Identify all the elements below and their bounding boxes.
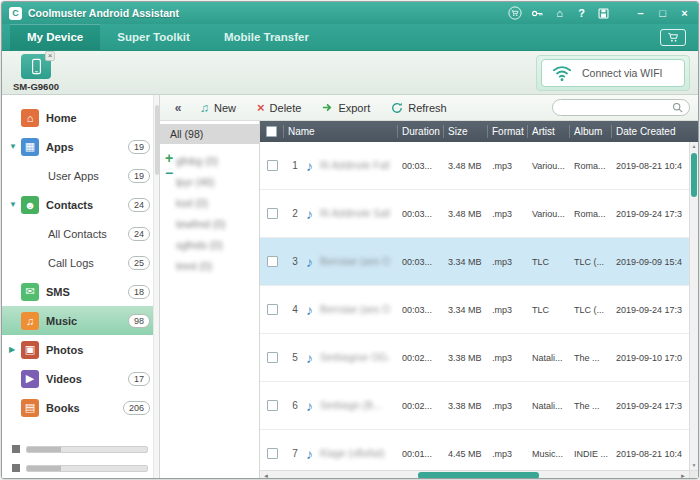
count-badge: 206 [123,401,150,415]
count-badge: 98 [128,314,150,328]
search-icon[interactable] [672,102,683,113]
folder-label: gfnbg (0) [176,155,218,167]
table-row[interactable]: 2 ♪ Ri Addinole Sallia 00:03... 3.48 MB … [260,190,698,238]
sidebar-item[interactable]: ♫ Music 98 [2,306,159,335]
sidebar-item[interactable]: ⌂ Home [2,103,159,132]
sidebar-item[interactable]: ▤ Books 206 [2,393,159,422]
cart-icon[interactable] [508,6,522,20]
select-all-checkbox[interactable] [266,126,277,137]
horizontal-scrollbar[interactable]: ◄ ► [260,470,689,479]
sidebar-scrollbar[interactable] [153,95,159,479]
count-badge: 18 [128,285,150,299]
sidebar-item[interactable]: ▼ ▦ Apps 19 [2,132,159,161]
column-header-artist[interactable]: Artist [528,125,570,138]
column-header-date-created[interactable]: Date Created [612,125,698,138]
help-icon[interactable]: ? [575,6,588,20]
title-bar: C Coolmuster Android Assistant ⌂ ? – □ × [2,2,698,24]
count-badge: 24 [128,227,150,241]
scroll-up-arrow[interactable]: ▲ [690,142,698,151]
connect-via-wifi-button[interactable]: Connect via WIFI [541,59,685,87]
sidebar-item[interactable]: Call Logs 25 [2,248,159,277]
sidebar-item-icon: ▣ [21,341,39,359]
table-row[interactable]: 5 ♪ Serbiagrse OG-PO 00:02... 3.38 MB .m… [260,334,698,382]
cell-format: .mp3 [488,449,528,459]
add-folder-button[interactable]: + [163,151,175,166]
search-box [552,99,690,116]
cell-date-created: 2019-08-21 10:4 [612,161,698,171]
vertical-scrollbar[interactable]: ▲ ▼ [689,142,698,470]
expand-arrow-icon[interactable]: ▼ [9,200,21,209]
row-checkbox[interactable] [267,304,278,315]
minimize-button[interactable]: – [634,6,647,20]
row-number: 7 [288,448,302,459]
table-row[interactable]: 6 ♪ Serbiagn (B... 00:02... 3.38 MB .mp3… [260,382,698,430]
register-icon[interactable] [597,7,610,20]
scroll-left-arrow[interactable]: ◄ [260,473,272,479]
cell-name: Berrsiae (aes Oeci [320,304,390,315]
device-tab[interactable]: × SM-G9600 [12,54,60,92]
scroll-right-arrow[interactable]: ► [677,473,689,479]
folder-item[interactable]: ksd (0) [160,192,259,213]
remove-folder-button[interactable]: − [163,166,175,181]
expand-arrow-icon[interactable]: ▼ [9,142,21,151]
music-table: Name Duration Size Format Artist Album D… [260,121,698,479]
sidebar-item[interactable]: ▶ Videos 17 [2,364,159,393]
maximize-button[interactable]: □ [656,6,669,20]
row-checkbox[interactable] [267,448,278,459]
column-header-album[interactable]: Album [570,125,612,138]
folder-item[interactable]: tmnt (0) [160,255,259,276]
sidebar-items: ⌂ Home ▼ ▦ Apps 19 User App [2,103,159,422]
cell-size: 3.38 MB [444,353,488,363]
folder-item[interactable]: All (98) [160,124,259,144]
nav-tab[interactable]: Mobile Transfer [207,24,326,50]
refresh-button[interactable]: Refresh [382,99,456,117]
count-badge: 17 [128,372,150,386]
phone-icon: × [21,54,51,79]
collapse-panel-button[interactable]: « [168,101,188,115]
table-row[interactable]: 1 ♪ Ri Addinole Falls 00:03... 3.48 MB .… [260,142,698,190]
vertical-scroll-thumb[interactable] [691,153,697,197]
refresh-button-label: Refresh [408,102,447,114]
row-checkbox[interactable] [267,352,278,363]
sidebar-item-label: Home [46,112,77,124]
scroll-down-arrow[interactable]: ▼ [690,461,698,470]
folder-item[interactable]: sgfnds (0) [160,234,259,255]
table-row[interactable]: 4 ♪ Berrsiae (aes Oeci 00:03... 3.34 MB … [260,286,698,334]
sidebar-item-label: All Contacts [48,228,107,240]
music-note-icon: ♪ [306,446,313,462]
row-checkbox[interactable] [267,208,278,219]
sidebar-item[interactable]: All Contacts 24 [2,219,159,248]
delete-button[interactable]: × Delete [248,99,310,117]
sidebar-item[interactable]: User Apps 19 [2,161,159,190]
cell-date-created: 2019-09-09 15:4 [612,257,698,267]
disconnect-device-icon[interactable]: × [45,51,55,61]
horizontal-scroll-thumb[interactable] [418,472,540,479]
wifi-panel: Connect via WIFI [536,55,690,91]
column-header-name[interactable]: Name [284,125,398,138]
column-header-duration[interactable]: Duration [398,125,444,138]
folder-item[interactable]: tewfmd (0) [160,213,259,234]
row-checkbox[interactable] [267,256,278,267]
close-button[interactable]: × [678,6,691,20]
column-header-format[interactable]: Format [488,125,528,138]
nav-tab[interactable]: My Device [10,24,100,50]
cell-format: .mp3 [488,161,528,171]
export-button[interactable]: Export [313,99,379,117]
store-button[interactable] [660,29,686,46]
row-checkbox[interactable] [267,400,278,411]
key-icon[interactable] [531,7,544,20]
sidebar-item[interactable]: ✉ SMS 18 [2,277,159,306]
column-header-size[interactable]: Size [444,125,488,138]
count-badge: 24 [128,198,150,212]
search-input[interactable] [559,101,668,114]
sidebar-item[interactable]: ▼ ☻ Contacts 24 [2,190,159,219]
home-icon[interactable]: ⌂ [553,6,566,20]
table-row[interactable]: 3 ♪ Berrsiae (aes Oecil 00:03... 3.34 MB… [260,238,698,286]
nav-tab[interactable]: Super Toolkit [100,24,207,50]
new-button[interactable]: ♫ New [191,99,245,117]
expand-arrow-icon[interactable]: ▶ [9,345,21,354]
horizontal-scroll-track[interactable] [272,471,677,479]
sidebar-item[interactable]: ▶ ▣ Photos [2,335,159,364]
cell-artist: TLC [528,257,570,267]
row-checkbox[interactable] [267,160,278,171]
